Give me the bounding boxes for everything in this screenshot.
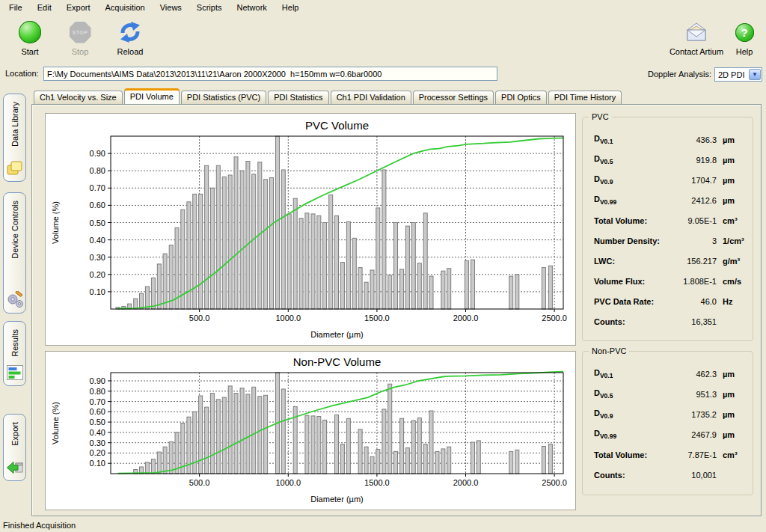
stat-unit: µm — [723, 156, 735, 165]
tab-strip: Ch1 Velocity vs. SizePDI VolumePDI Stati… — [31, 88, 762, 104]
svg-text:0.40: 0.40 — [90, 236, 105, 245]
svg-text:1000.0: 1000.0 — [275, 314, 301, 322]
svg-text:0.50: 0.50 — [90, 218, 105, 227]
svg-text:0.30: 0.30 — [90, 438, 105, 447]
contact-artium-label: Contact Artium — [670, 47, 723, 56]
stop-button[interactable]: STOP Stop — [58, 20, 102, 56]
reload-icon — [119, 20, 141, 44]
doppler-analysis-value: 2D PDI — [715, 70, 749, 79]
svg-text:1000.0: 1000.0 — [275, 478, 301, 487]
stat-label: DV0.1 — [594, 368, 678, 379]
stat-unit: 1/cm³ — [723, 236, 744, 245]
svg-text:500.0: 500.0 — [189, 478, 210, 487]
stat-row: Counts:10,001 — [583, 465, 753, 485]
stat-label: LWC: — [594, 257, 678, 266]
stat-unit: µm — [723, 410, 735, 419]
svg-text:2000.0: 2000.0 — [453, 314, 479, 322]
tab-pdi-statistics-pvc-[interactable]: PDI Statistics (PVC) — [181, 91, 266, 104]
folders-icon — [6, 159, 24, 177]
svg-text:500.0: 500.0 — [189, 314, 210, 322]
stat-label: DV0.99 — [594, 429, 678, 440]
svg-text:2500.0: 2500.0 — [542, 314, 567, 322]
stat-unit: cm³ — [723, 450, 738, 459]
svg-text:Diameter (µm): Diameter (µm) — [310, 330, 364, 339]
stat-label: DV0.1 — [594, 134, 678, 145]
menu-item-views[interactable]: Views — [153, 1, 189, 14]
stat-row: Total Volume:9.05E-1cm³ — [583, 210, 753, 230]
svg-text:2500.0: 2500.0 — [542, 478, 567, 487]
svg-text:0.40: 0.40 — [90, 428, 105, 437]
menu-item-help[interactable]: Help — [275, 1, 307, 14]
tab-pdi-statistics[interactable]: PDI Statistics — [268, 91, 328, 104]
svg-text:0.30: 0.30 — [90, 253, 105, 262]
non-pvc-stats-title: Non-PVC — [589, 346, 629, 355]
svg-text:0.80: 0.80 — [90, 387, 105, 396]
svg-text:0.90: 0.90 — [90, 376, 105, 385]
sidebar-item-results[interactable]: Results — [3, 321, 26, 386]
stat-value: 3 — [678, 236, 717, 245]
stat-value: 1.808E-1 — [678, 277, 717, 286]
toolbar: Start STOP Stop Reload — [0, 14, 766, 64]
stat-value: 919.8 — [678, 156, 717, 165]
tab-pdi-time-history[interactable]: PDI Time History — [548, 91, 622, 104]
svg-text:1500.0: 1500.0 — [364, 478, 390, 487]
tab-processor-settings[interactable]: Processor Settings — [413, 91, 494, 104]
svg-text:0.60: 0.60 — [90, 201, 105, 210]
svg-text:0.80: 0.80 — [90, 166, 105, 175]
pvc-stats-groupbox: PVC DV0.1436.3µmDV0.5919.8µmDV0.91704.7µ… — [582, 117, 753, 341]
tab-ch1-pdi-validation[interactable]: Ch1 PDI Validation — [331, 91, 411, 104]
envelope-icon — [684, 20, 708, 44]
stat-row: DV0.992412.6µm — [583, 190, 753, 210]
stat-row: Volume Flux:1.808E-1cm/s — [583, 271, 753, 291]
svg-text:0.20: 0.20 — [90, 270, 105, 279]
stat-row: DV0.91704.7µm — [583, 170, 753, 190]
stat-label: DV0.9 — [594, 409, 678, 420]
stat-label: Volume Flux: — [594, 277, 678, 286]
sidebar-item-label: Export — [10, 422, 19, 446]
start-button[interactable]: Start — [8, 20, 52, 56]
stat-row: DV0.1462.3µm — [583, 364, 753, 384]
sidebar-item-data-library[interactable]: Data Library — [3, 94, 26, 182]
sidebar-item-device-controls[interactable]: Device Controls — [3, 192, 26, 314]
export-arrow-icon — [6, 459, 24, 477]
start-icon — [19, 21, 41, 43]
help-button[interactable]: ? Help — [732, 20, 757, 56]
stat-unit: g/m³ — [723, 257, 740, 266]
sidebar-item-export[interactable]: Export — [3, 414, 26, 481]
doppler-analysis-label: Doppler Analysis: — [648, 70, 711, 79]
stat-value: 7.87E-1 — [678, 450, 717, 459]
help-button-label: Help — [736, 47, 753, 56]
stat-value: 46.0 — [678, 297, 717, 306]
stat-label: Total Volume: — [594, 450, 678, 459]
doppler-analysis-select[interactable]: 2D PDI ▼ — [714, 67, 762, 82]
stat-label: Total Volume: — [594, 216, 678, 225]
pvc-stats-title: PVC — [589, 112, 612, 121]
stat-label: DV0.5 — [594, 154, 678, 165]
stat-unit: cm/s — [723, 277, 741, 286]
stat-row: Counts:16,351 — [583, 311, 753, 331]
stat-label: DV0.9 — [594, 174, 678, 186]
menu-item-edit[interactable]: Edit — [30, 1, 59, 14]
menu-bar: FileEditExportAcquisitionViewsScriptsNet… — [0, 0, 766, 14]
contact-artium-button[interactable]: Contact Artium — [668, 20, 725, 56]
tab-ch1-velocity-vs-size[interactable]: Ch1 Velocity vs. Size — [34, 91, 123, 104]
stat-unit: µm — [723, 135, 735, 144]
menu-item-export[interactable]: Export — [59, 1, 98, 14]
stat-row: DV0.91735.2µm — [583, 404, 753, 424]
status-text: Finished Acquisition — [3, 521, 76, 530]
stat-row: PVC Data Rate:46.0Hz — [583, 291, 753, 311]
stat-unit: Hz — [723, 297, 732, 306]
pvc-volume-chart: 0.100.200.300.400.500.600.700.800.90500.… — [46, 114, 575, 345]
stat-label: PVC Data Rate: — [594, 297, 678, 306]
reload-button[interactable]: Reload — [108, 20, 152, 56]
menu-item-acquisition[interactable]: Acquisition — [98, 1, 153, 14]
location-input[interactable] — [43, 67, 497, 81]
menu-item-network[interactable]: Network — [229, 1, 274, 14]
stat-unit: µm — [723, 430, 735, 439]
menu-item-file[interactable]: File — [1, 1, 30, 14]
chevron-down-icon: ▼ — [749, 69, 761, 80]
stat-label: DV0.99 — [594, 195, 678, 206]
menu-item-scripts[interactable]: Scripts — [189, 1, 230, 14]
tab-pdi-volume[interactable]: PDI Volume — [124, 88, 180, 104]
tab-pdi-optics[interactable]: PDI Optics — [495, 91, 547, 104]
